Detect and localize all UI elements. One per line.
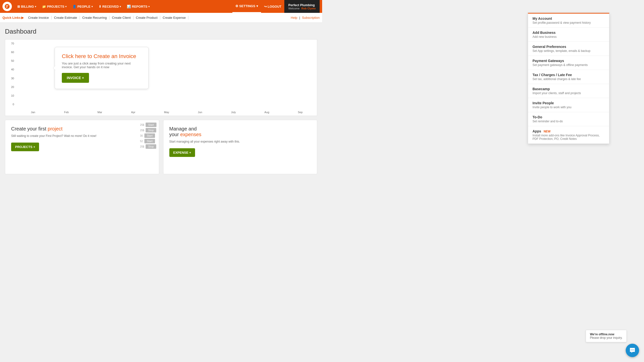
- create-client-link[interactable]: Create Client: [110, 16, 134, 19]
- user-name: Rob Clymo: [301, 7, 316, 10]
- task-start-btn-3[interactable]: Start: [144, 133, 155, 138]
- create-invoice-link[interactable]: Create Invoice: [26, 16, 52, 19]
- user-panel: Perfect Plumbing Welcome Rob Clymo: [284, 0, 320, 13]
- welcome-line: Welcome Rob Clymo: [288, 7, 316, 10]
- subscription-link[interactable]: Subscription: [302, 16, 320, 19]
- dashboard-cards: Create your first project Still waiting …: [5, 120, 317, 174]
- billing-nav[interactable]: ⊞ BILLING ▾: [14, 0, 39, 13]
- expense-card: Manage andyour expenses Start managing a…: [163, 120, 318, 174]
- people-nav[interactable]: 👤 PEOPLE ▾: [70, 0, 96, 13]
- expense-card-title: Manage andyour expenses: [169, 126, 311, 137]
- top-navigation: ⊞ BILLING ▾ 📁 PROJECTS ▾ 👤 PEOPLE ▾ ⬇ RE…: [0, 0, 322, 13]
- project-card: Create your first project Still waiting …: [5, 120, 159, 174]
- task-stop-btn-2[interactable]: Stop: [146, 128, 156, 132]
- projects-label: PROJECTS: [47, 5, 64, 8]
- reports-icon: 📊: [127, 5, 131, 8]
- projects-icon: 📁: [42, 5, 46, 8]
- help-subscription-links: Help | Subscription: [291, 16, 320, 19]
- help-link[interactable]: Help: [291, 16, 298, 19]
- callout-desc: You are just a click away from creating …: [62, 61, 142, 69]
- logout-icon: ↪: [264, 5, 267, 8]
- chart-x-axis: Jan Feb Mar Apr May Jun July Aug Sep: [16, 111, 317, 114]
- invoice-callout: Click here to Create an Invoice You are …: [55, 47, 148, 89]
- people-label: PEOPLE: [78, 5, 90, 8]
- received-nav[interactable]: ⬇ RECEIVED ▾: [96, 0, 124, 13]
- logout-nav[interactable]: ↪ LOGOUT: [261, 0, 284, 13]
- create-estimate-link[interactable]: Create Estimate: [52, 16, 80, 19]
- settings-label: SETTINGS: [239, 4, 256, 8]
- page-title: Dashboard: [5, 28, 317, 35]
- task-start-btn-4[interactable]: Start: [144, 139, 155, 143]
- reports-nav[interactable]: 📊 REPORTS ▾: [124, 0, 152, 13]
- projects-caret: ▾: [65, 5, 66, 8]
- callout-title: Click here to Create an Invoice: [62, 53, 142, 59]
- quick-links-bar: Quick Links ▶ Create Invoice Create Esti…: [0, 13, 322, 23]
- revenue-chart: 70 60 50 40 30 20 10 0: [5, 39, 317, 116]
- create-recurring-link[interactable]: Create Recurring: [80, 16, 110, 19]
- project-card-desc: Still waiting to create your First Proje…: [11, 134, 153, 138]
- company-name: Perfect Plumbing: [288, 3, 316, 7]
- reports-label: REPORTS: [132, 5, 147, 8]
- settings-nav[interactable]: ⚙ SETTINGS ▾: [232, 0, 261, 13]
- create-invoice-button[interactable]: INVOICE +: [62, 73, 89, 83]
- nav-items: ⊞ BILLING ▾ 📁 PROJECTS ▾ 👤 PEOPLE ▾ ⬇ RE…: [14, 0, 232, 13]
- task-start-btn-1[interactable]: Start: [146, 123, 156, 127]
- main-content: Dashboard 70 60 50 40 30 20 10 0: [0, 23, 322, 179]
- logo: [2, 2, 12, 11]
- people-icon: 👤: [72, 5, 76, 8]
- billing-label: BILLING: [21, 5, 34, 8]
- create-product-link[interactable]: Create Product: [134, 16, 160, 19]
- people-caret: ▾: [92, 5, 93, 8]
- reports-caret: ▾: [148, 5, 150, 8]
- chart-y-axis: 70 60 50 40 30 20 10 0: [5, 42, 15, 106]
- received-caret: ▾: [120, 5, 121, 8]
- settings-icon: ⚙: [235, 4, 238, 8]
- nav-right: ⚙ SETTINGS ▾ ↪ LOGOUT Perfect Plumbing W…: [232, 0, 320, 13]
- quick-links-label: Quick Links ▶: [2, 16, 24, 19]
- task-bar-4: 52 Start: [140, 139, 156, 143]
- create-expense-link[interactable]: Create Expense: [160, 16, 188, 19]
- create-project-button[interactable]: PROJECTS +: [11, 143, 39, 151]
- settings-caret: ▾: [256, 4, 258, 8]
- received-label: RECEIVED: [102, 5, 119, 8]
- task-bar-5: 25$ Stop: [140, 144, 156, 149]
- received-icon: ⬇: [99, 5, 101, 8]
- projects-nav[interactable]: 📁 PROJECTS ▾: [39, 0, 70, 13]
- task-bar-2: 25$ Stop: [140, 128, 156, 132]
- project-card-title: Create your first project: [11, 126, 153, 132]
- task-bar-1: 25$ Start: [140, 123, 156, 127]
- expense-card-desc: Start managing all your expenses right a…: [169, 140, 311, 143]
- create-expense-button[interactable]: EXPENSE +: [169, 148, 195, 157]
- billing-caret: ▾: [35, 5, 36, 8]
- billing-icon: ⊞: [17, 5, 20, 8]
- task-stop-btn-5[interactable]: Stop: [146, 144, 156, 149]
- task-bars: 25$ Start 25$ Stop 30 Start 52 Start 25$: [140, 123, 156, 149]
- logout-label: LOGOUT: [268, 5, 282, 8]
- task-bar-3: 30 Start: [140, 133, 156, 138]
